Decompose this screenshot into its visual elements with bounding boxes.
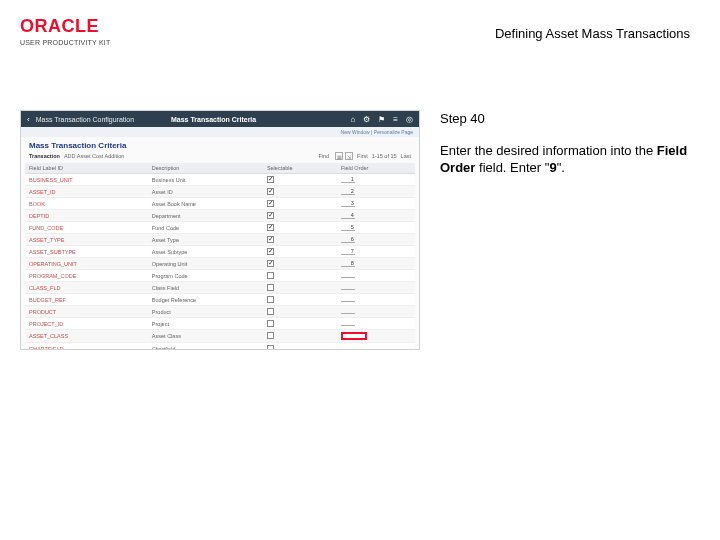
cell-field-label-id[interactable]: ASSET_SUBTYPE <box>25 246 148 258</box>
field-order-input[interactable]: 4 <box>341 212 355 219</box>
table-row: PROJECT_IDProject <box>25 318 415 330</box>
selectable-checkbox[interactable] <box>267 284 274 291</box>
table-row: BUSINESS_UNITBusiness Unit1 <box>25 174 415 186</box>
meta-label: Transaction <box>29 153 60 159</box>
selectable-checkbox[interactable] <box>267 200 274 207</box>
cell-field-label-id[interactable]: PROJECT_ID <box>25 318 148 330</box>
field-order-input[interactable]: 3 <box>341 200 355 207</box>
cell-description: Asset Subtype <box>148 246 263 258</box>
cell-field-order: 8 <box>337 258 415 270</box>
selectable-checkbox[interactable] <box>267 248 274 255</box>
cell-field-label-id[interactable]: BUDGET_REF <box>25 294 148 306</box>
field-order-input[interactable]: 6 <box>341 236 355 243</box>
table-row: DEPTIDDepartment4 <box>25 210 415 222</box>
cell-field-label-id[interactable]: ASSET_TYPE <box>25 234 148 246</box>
field-order-input[interactable] <box>341 301 355 302</box>
selectable-checkbox[interactable] <box>267 224 274 231</box>
cell-description: Asset Class <box>148 330 263 343</box>
cell-field-order <box>337 343 415 351</box>
cell-field-label-id[interactable]: DEPTID <box>25 210 148 222</box>
home-icon[interactable]: ⌂ <box>350 115 355 124</box>
cell-field-label-id[interactable]: BOOK <box>25 198 148 210</box>
field-order-input[interactable] <box>341 277 355 278</box>
page-title: Defining Asset Mass Transactions <box>495 26 690 41</box>
cell-field-label-id[interactable]: CLASS_FLD <box>25 282 148 294</box>
table-row: ASSET_CLASSAsset Class <box>25 330 415 343</box>
selectable-checkbox[interactable] <box>267 308 274 315</box>
field-order-input[interactable] <box>341 313 355 314</box>
menu-icon[interactable]: ≡ <box>393 115 398 124</box>
form-title: Mass Transaction Criteria <box>21 137 419 152</box>
field-order-input[interactable]: 7 <box>341 248 355 255</box>
cell-selectable <box>263 270 337 282</box>
selectable-checkbox[interactable] <box>267 236 274 243</box>
selectable-checkbox[interactable] <box>267 272 274 279</box>
cell-selectable <box>263 306 337 318</box>
cell-field-order <box>337 282 415 294</box>
more-icon[interactable]: ◎ <box>406 115 413 124</box>
grid-last-link[interactable]: Last <box>401 153 411 159</box>
field-order-input[interactable]: 5 <box>341 224 355 231</box>
cell-field-label-id[interactable]: ASSET_ID <box>25 186 148 198</box>
table-row: CLASS_FLDClass Field <box>25 282 415 294</box>
field-order-input-highlight[interactable] <box>341 332 367 340</box>
cell-field-order: 1 <box>337 174 415 186</box>
selectable-checkbox[interactable] <box>267 296 274 303</box>
cell-description: Product <box>148 306 263 318</box>
instruction-text: Enter the desired information into the F… <box>440 142 700 177</box>
instruction-panel: Step 40 Enter the desired information in… <box>440 110 700 177</box>
logo-subtitle: USER PRODUCTIVITY KIT <box>20 39 110 46</box>
cell-description: Asset Type <box>148 234 263 246</box>
cell-field-order: 6 <box>337 234 415 246</box>
field-order-input[interactable] <box>341 289 355 290</box>
table-row: ASSET_TYPEAsset Type6 <box>25 234 415 246</box>
flag-icon[interactable]: ⚑ <box>378 115 385 124</box>
cell-field-label-id[interactable]: BUSINESS_UNIT <box>25 174 148 186</box>
cell-field-label-id[interactable]: ASSET_CLASS <box>25 330 148 343</box>
grid-find-link[interactable]: Find <box>318 153 329 159</box>
table-row: PROGRAM_CODEProgram Code <box>25 270 415 282</box>
selectable-checkbox[interactable] <box>267 212 274 219</box>
cell-selectable <box>263 318 337 330</box>
table-row: ASSET_IDAsset ID2 <box>25 186 415 198</box>
selectable-checkbox[interactable] <box>267 320 274 327</box>
cell-field-order <box>337 330 415 343</box>
cell-selectable <box>263 258 337 270</box>
cell-selectable <box>263 174 337 186</box>
selectable-checkbox[interactable] <box>267 188 274 195</box>
table-row: FUND_CODEFund Code5 <box>25 222 415 234</box>
cell-field-label-id[interactable]: PROGRAM_CODE <box>25 270 148 282</box>
step-label: Step 40 <box>440 110 700 128</box>
breadcrumb-prev[interactable]: Mass Transaction Configuration <box>36 116 134 123</box>
back-chevron-icon[interactable]: ‹ <box>27 115 30 124</box>
cell-selectable <box>263 186 337 198</box>
cell-field-label-id[interactable]: CHARTFIELD <box>25 343 148 351</box>
cell-description: Class Field <box>148 282 263 294</box>
selectable-checkbox[interactable] <box>267 260 274 267</box>
form-meta-row: Transaction ADD Asset Cost Addition Find… <box>21 152 419 163</box>
cell-field-label-id[interactable]: FUND_CODE <box>25 222 148 234</box>
cell-field-order: 2 <box>337 186 415 198</box>
cell-selectable <box>263 210 337 222</box>
cell-description: Asset Book Name <box>148 198 263 210</box>
grid-first-link[interactable]: First <box>357 153 368 159</box>
oracle-upk-logo: ORACLE USER PRODUCTIVITY KIT <box>20 16 110 46</box>
field-order-input[interactable]: 2 <box>341 188 355 195</box>
field-order-input[interactable] <box>341 350 355 351</box>
search-icon[interactable]: ⚙ <box>363 115 370 124</box>
selectable-checkbox[interactable] <box>267 332 274 339</box>
cell-field-order <box>337 294 415 306</box>
app-sublinks[interactable]: New Window | Personalize Page <box>21 127 419 137</box>
field-order-input[interactable]: 1 <box>341 176 355 183</box>
selectable-checkbox[interactable] <box>267 345 274 351</box>
criteria-grid: Field Label ID Description Selectable Fi… <box>25 163 415 350</box>
field-order-input[interactable] <box>341 325 355 326</box>
grid-tool-icons[interactable]: ▦⇲ <box>333 152 353 160</box>
cell-field-order: 4 <box>337 210 415 222</box>
cell-field-label-id[interactable]: OPERATING_UNIT <box>25 258 148 270</box>
field-order-input[interactable]: 8 <box>341 260 355 267</box>
cell-description: Chartfield <box>148 343 263 351</box>
cell-description: Fund Code <box>148 222 263 234</box>
cell-field-label-id[interactable]: PRODUCT <box>25 306 148 318</box>
selectable-checkbox[interactable] <box>267 176 274 183</box>
